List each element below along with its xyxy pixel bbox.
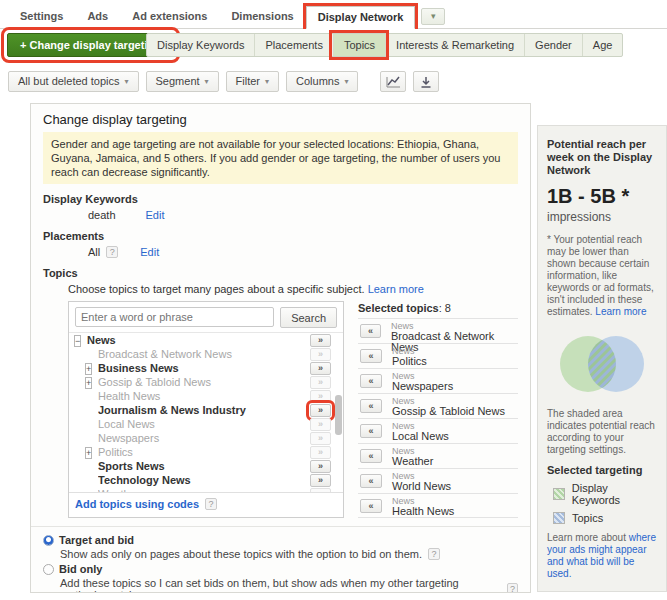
selected-targeting-heading: Selected targeting — [547, 464, 657, 476]
filter-dropdown[interactable]: Filter ▾ — [226, 71, 279, 92]
topic-label: Journalism & News Industry — [98, 404, 310, 416]
tab-ads[interactable]: Ads — [75, 5, 120, 28]
scrollbar-thumb[interactable] — [335, 395, 342, 435]
download-button[interactable] — [413, 71, 439, 92]
subtab-age[interactable]: Age — [582, 34, 623, 56]
add-topic-button: » — [310, 348, 331, 361]
remove-topic-button[interactable]: « — [360, 424, 382, 438]
topics-learn-more-link[interactable]: Learn more — [368, 283, 424, 295]
add-topic-button: » — [310, 376, 331, 389]
radio-selected-icon[interactable] — [43, 535, 54, 546]
remove-topic-button[interactable]: « — [360, 374, 382, 388]
remove-topic-button[interactable]: « — [360, 399, 382, 413]
tab-display-network[interactable]: Display Network — [306, 6, 416, 29]
selected-topic-row: « News Broadcast & Network News — [358, 318, 518, 343]
selected-topics-panel: Selected topics: 8 « News Broadcast & Ne… — [358, 301, 518, 518]
remove-topic-button[interactable]: « — [360, 449, 382, 463]
subnav: + Change display targeting Display Keywo… — [0, 29, 667, 65]
potential-reach-sidebar: Potential reach per week on the Display … — [537, 125, 667, 592]
remove-topic-button[interactable]: « — [360, 349, 382, 363]
topic-row-journalism-news-industry[interactable]: Journalism & News Industry » — [69, 403, 343, 417]
add-topic-button[interactable]: » — [310, 334, 331, 347]
topic-row-politics[interactable]: + Politics » — [69, 445, 343, 459]
panel-title: Change display targeting — [43, 112, 518, 127]
display-network-subtabs: Display Keywords Placements Topics Inter… — [146, 33, 623, 57]
add-topic-button: » — [310, 432, 331, 445]
view-filter-dropdown[interactable]: All but deleted topics ▾ — [8, 71, 139, 92]
subtab-interests-remarketing[interactable]: Interests & Remarketing — [385, 34, 524, 56]
selected-topic-row: « News World News — [358, 468, 518, 493]
expand-icon[interactable]: + — [85, 377, 92, 389]
bidding-options: Target and bid Show ads only on pages ab… — [31, 526, 530, 593]
target-and-bid-option[interactable]: Target and bid — [43, 534, 518, 546]
topic-label: Business News — [98, 362, 310, 374]
remove-topic-button[interactable]: « — [360, 474, 382, 488]
topic-row-gossip-tabloid-news[interactable]: + Gossip & Tabloid News » — [69, 375, 343, 389]
legend-label: Topics — [572, 512, 603, 524]
topic-row-news[interactable]: − News » — [69, 333, 343, 347]
line-chart-icon — [386, 76, 401, 88]
add-topic-button[interactable]: » — [310, 404, 331, 417]
topic-label: Newspapers — [98, 432, 310, 444]
tab-dimensions[interactable]: Dimensions — [219, 5, 305, 28]
topic-row-newspapers[interactable]: Newspapers » — [69, 431, 343, 445]
topic-row-weather[interactable]: Weather » — [69, 487, 343, 492]
gender-age-warning: Gender and age targeting are not availab… — [43, 132, 518, 184]
topic-label: Sports News — [98, 460, 310, 472]
more-tabs-button[interactable]: ▾ — [421, 8, 445, 25]
collapse-icon[interactable]: − — [74, 335, 81, 347]
topic-row-sports-news[interactable]: Sports News » — [69, 459, 343, 473]
topic-tree: − News » Broadcast & Network News » + Bu… — [69, 332, 343, 492]
footnote-text: * Your potential reach may be lower than… — [547, 234, 654, 317]
add-topics-using-codes-link[interactable]: Add topics using codes — [75, 498, 199, 510]
help-icon[interactable]: ? — [428, 548, 440, 560]
legend-label: Display Keywords — [572, 482, 657, 506]
topic-row-broadcast-network-news[interactable]: Broadcast & Network News » — [69, 347, 343, 361]
filter-label: Filter — [236, 72, 260, 91]
topic-row-business-news[interactable]: + Business News » — [69, 361, 343, 375]
chevron-down-icon: ▾ — [125, 72, 129, 91]
display-keywords-edit-link[interactable]: Edit — [146, 209, 165, 221]
remove-topic-button[interactable]: « — [360, 499, 382, 513]
segment-label: Segment — [156, 72, 200, 91]
reach-unit: impressions — [547, 210, 657, 224]
topic-row-local-news[interactable]: Local News » — [69, 417, 343, 431]
topic-row-health-news[interactable]: Health News » — [69, 389, 343, 403]
add-topic-button: » — [310, 488, 331, 493]
help-icon[interactable]: ? — [507, 583, 518, 593]
bid-only-option[interactable]: Bid only — [43, 563, 518, 575]
subtab-placements[interactable]: Placements — [254, 34, 332, 56]
expand-icon[interactable]: + — [85, 447, 92, 459]
topic-tree-box: Search − News » Broadcast & Network News… — [68, 301, 344, 518]
green-hatch-swatch-icon — [553, 488, 565, 500]
segment-dropdown[interactable]: Segment ▾ — [146, 71, 219, 92]
expand-icon[interactable]: + — [85, 363, 92, 375]
placements-heading: Placements — [43, 230, 518, 242]
reach-value: 1B - 5B * — [547, 185, 657, 208]
help-icon[interactable]: ? — [106, 246, 118, 258]
placements-edit-link[interactable]: Edit — [140, 246, 159, 258]
footnote-learn-more-link[interactable]: Learn more — [595, 306, 646, 317]
tab-ad-extensions[interactable]: Ad extensions — [120, 5, 219, 28]
topic-search-input[interactable] — [75, 307, 274, 327]
selected-topic-name: Local News — [392, 431, 449, 442]
selected-topic-row: « News Health News — [358, 493, 518, 518]
subtab-gender[interactable]: Gender — [524, 34, 582, 56]
add-topic-button[interactable]: » — [310, 460, 331, 473]
selected-topics-heading-label: Selected topics — [358, 302, 439, 314]
selected-topics-count: : 8 — [439, 302, 451, 314]
radio-unselected-icon[interactable] — [43, 564, 54, 575]
topic-label: News — [87, 334, 310, 346]
columns-dropdown[interactable]: Columns ▾ — [286, 71, 358, 92]
subtab-display-keywords[interactable]: Display Keywords — [147, 34, 254, 56]
topic-row-technology-news[interactable]: Technology News » — [69, 473, 343, 487]
add-topic-button[interactable]: » — [310, 474, 331, 487]
help-icon[interactable]: ? — [205, 498, 217, 510]
chart-view-button[interactable] — [380, 71, 406, 92]
remove-topic-button[interactable]: « — [360, 324, 381, 338]
add-topic-button[interactable]: » — [310, 362, 331, 375]
tab-settings[interactable]: Settings — [8, 5, 75, 28]
sidebar-learn-more: Learn more about where your ads might ap… — [547, 532, 657, 580]
topic-search-button[interactable]: Search — [280, 307, 337, 328]
subtab-topics[interactable]: Topics — [333, 34, 385, 56]
